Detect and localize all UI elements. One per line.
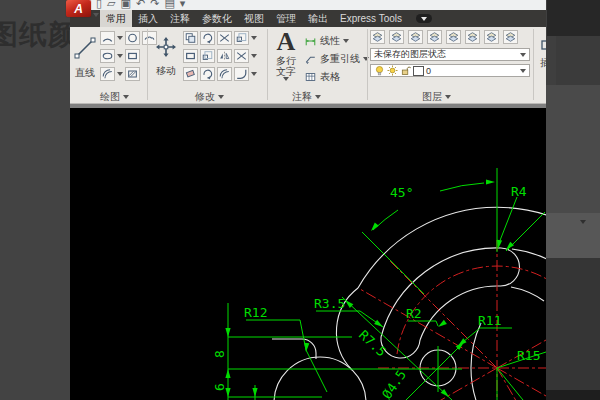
drawing-canvas[interactable]: 45° R4 R12 R3.5 R2 R11 R15 8 6 R7.5 Ø4.5: [70, 108, 546, 400]
offset-icon[interactable]: [217, 67, 232, 81]
array-caret-icon[interactable]: [251, 36, 257, 40]
layer-lock-icon[interactable]: [446, 30, 461, 44]
ribbon-minimize-button[interactable]: [416, 14, 432, 23]
draw-panel-label[interactable]: 绘图: [100, 91, 140, 103]
r12-dim-text[interactable]: R12: [244, 305, 267, 320]
tab-express-tools[interactable]: Express Tools: [334, 10, 408, 27]
undo-icon[interactable]: ↶: [136, 0, 145, 10]
ellipse-icon[interactable]: [100, 49, 115, 63]
layer-dropdown[interactable]: 0: [370, 64, 530, 77]
canvas-background[interactable]: [70, 108, 546, 400]
rectangle-icon[interactable]: [125, 49, 140, 63]
layer-state-dropdown[interactable]: 未保存的图层状态: [370, 48, 530, 61]
tab-home[interactable]: 常用: [100, 10, 132, 27]
arc-caret-icon[interactable]: [117, 36, 123, 40]
watermark-text: 图纸颜: [0, 16, 77, 54]
multileader-caret-icon[interactable]: [363, 57, 369, 61]
r4-dim-text[interactable]: R4: [511, 184, 527, 199]
app-menu-button[interactable]: A: [66, 0, 91, 17]
panel-separator: [533, 29, 534, 100]
spline-caret-icon[interactable]: [117, 72, 123, 76]
fillet-caret-icon[interactable]: [251, 72, 257, 76]
ellipse-caret-icon[interactable]: [117, 54, 123, 58]
arc-icon[interactable]: [100, 31, 115, 45]
tab-annotate[interactable]: 注释: [164, 10, 196, 27]
tab-insert[interactable]: 插入: [132, 10, 164, 27]
redo-icon[interactable]: ↷: [150, 0, 159, 10]
background-strip: [546, 85, 600, 213]
linear-dim-button[interactable]: 线性: [304, 34, 349, 48]
explode-icon[interactable]: [200, 67, 215, 81]
multileader-icon: [304, 53, 317, 65]
app-menu-caret-icon[interactable]: [93, 3, 99, 21]
trim-icon[interactable]: [217, 31, 232, 45]
draw-row-3: [100, 67, 140, 81]
background-caret-icon: [580, 220, 586, 224]
current-layer-name: 0: [426, 66, 431, 76]
modify-panel-label[interactable]: 修改: [195, 91, 237, 103]
panel-separator: [367, 29, 368, 100]
multileader-button[interactable]: 多重引线: [304, 52, 369, 66]
plot-icon[interactable]: ▤: [164, 0, 174, 10]
panel-separator: [267, 29, 268, 100]
r15-dim-text[interactable]: R15: [517, 348, 540, 363]
fillet-icon[interactable]: [234, 67, 249, 81]
tab-parametric[interactable]: 参数化: [196, 10, 238, 27]
ribbon: 直线 绘图 移动: [70, 27, 556, 104]
height6-dim-text[interactable]: 6: [212, 383, 227, 391]
height8-dim-text[interactable]: 8: [212, 350, 227, 358]
copy-icon[interactable]: [183, 31, 198, 45]
layer-match-icon[interactable]: [465, 30, 480, 44]
layer-off-icon[interactable]: [389, 30, 404, 44]
layer-properties-icon[interactable]: [370, 30, 385, 44]
circle-icon[interactable]: [125, 31, 140, 45]
break-icon[interactable]: [234, 49, 249, 63]
mirror-icon[interactable]: [217, 49, 232, 63]
tab-output[interactable]: 输出: [302, 10, 334, 27]
move-icon: [155, 30, 177, 64]
line-button[interactable]: 直线: [72, 30, 98, 80]
layer-freeze-icon[interactable]: [427, 30, 442, 44]
mtext-button[interactable]: A 多行文字: [271, 29, 301, 81]
angle-dim-text[interactable]: 45°: [390, 185, 413, 200]
open-file-icon[interactable]: ▱: [107, 0, 115, 10]
annotation-panel-label[interactable]: 注释: [292, 91, 336, 103]
layer-unlock-icon[interactable]: [400, 65, 411, 76]
layers-panel-label[interactable]: 图层: [422, 91, 466, 103]
scale-icon[interactable]: [200, 49, 215, 63]
tab-manage[interactable]: 管理: [270, 10, 302, 27]
spline-icon[interactable]: [100, 67, 115, 81]
draw-row-2: [100, 49, 140, 63]
break-caret-icon[interactable]: [251, 54, 257, 58]
screen: 图纸颜 ▯ ▱ ▣ ↶ ↷ ▤ ▾ A 常用 插入 注释 参数化 视图 管理 输…: [0, 0, 600, 400]
mtext-icon: A: [277, 29, 296, 55]
linear-caret-icon[interactable]: [343, 39, 349, 43]
layer-on-bulb-icon[interactable]: [374, 65, 385, 76]
array-icon[interactable]: [234, 31, 249, 45]
layer-color-swatch[interactable]: [413, 66, 424, 76]
hatch-icon[interactable]: [125, 67, 140, 81]
background-strip: [547, 0, 600, 36]
r11-dim-text[interactable]: R11: [478, 313, 501, 328]
table-button[interactable]: 表格: [304, 70, 340, 84]
layer-status-icons: 0: [374, 65, 431, 76]
rotate-icon[interactable]: [200, 31, 215, 45]
r2-dim-text[interactable]: R2: [406, 306, 422, 321]
background-strip: [546, 390, 600, 400]
layer-isolate-icon[interactable]: [408, 30, 423, 44]
stretch-icon[interactable]: [183, 49, 198, 63]
save-icon[interactable]: ▣: [121, 0, 131, 10]
layer-previous-icon[interactable]: [484, 30, 499, 44]
table-icon: [304, 71, 317, 83]
tab-view[interactable]: 视图: [238, 10, 270, 27]
mtext-caret-icon[interactable]: [283, 77, 289, 81]
layer-tools-row: [370, 30, 518, 44]
erase-icon[interactable]: [183, 67, 198, 81]
r3-5-dim-text[interactable]: R3.5: [314, 296, 345, 311]
move-button-label: 移动: [156, 64, 176, 78]
quick-access-toolbar: ▯ ▱ ▣ ↶ ↷ ▤ ▾: [96, 0, 185, 10]
layer-walk-icon[interactable]: [503, 30, 518, 44]
layer-thaw-sun-icon[interactable]: [387, 65, 398, 76]
move-button[interactable]: 移动: [152, 30, 180, 78]
customize-icon[interactable]: ▾: [180, 0, 186, 10]
